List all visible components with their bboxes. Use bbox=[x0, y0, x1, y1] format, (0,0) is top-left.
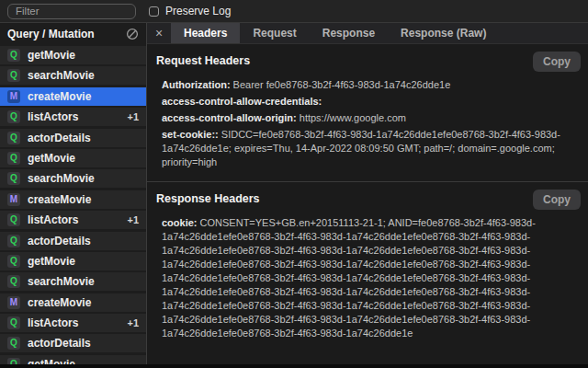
sidebar: Query / Mutation QgetMovieQsearchMovieMc… bbox=[0, 23, 147, 368]
header-name: cookie: bbox=[162, 217, 198, 228]
copy-request-headers-button[interactable]: Copy bbox=[533, 52, 581, 72]
operation-name: searchMovie bbox=[28, 69, 95, 82]
batch-count: +1 bbox=[127, 214, 139, 225]
header-name: access-control-allow-credentials: bbox=[162, 96, 322, 107]
tab-headers[interactable]: Headers bbox=[171, 23, 240, 43]
query-badge: Q bbox=[7, 337, 20, 350]
operation-name: searchMovie bbox=[28, 275, 95, 288]
list-item-getMovie[interactable]: QgetMovie bbox=[0, 252, 146, 270]
list-item-createMovie[interactable]: McreateMovie bbox=[0, 87, 146, 106]
list-item-getMovie[interactable]: QgetMovie bbox=[0, 149, 146, 167]
preserve-log-checkbox[interactable] bbox=[149, 6, 159, 17]
query-badge: Q bbox=[7, 49, 20, 62]
request-list: QgetMovieQsearchMovieMcreateMovieQlistAc… bbox=[0, 44, 146, 368]
window-bottom-edge bbox=[0, 364, 588, 368]
copy-response-headers-button[interactable]: Copy bbox=[533, 190, 581, 210]
main-layout: Query / Mutation QgetMovieQsearchMovieMc… bbox=[0, 23, 588, 368]
list-item-listActors[interactable]: QlistActors+1 bbox=[0, 314, 146, 332]
operation-name: createMovie bbox=[28, 90, 91, 103]
response-headers-title: Response Headers bbox=[156, 190, 260, 205]
header-name: access-control-allow-origin: bbox=[162, 112, 297, 123]
mutation-badge: M bbox=[7, 193, 20, 206]
list-item-listActors[interactable]: QlistActors+1 bbox=[0, 211, 146, 229]
operation-name: actorDetails bbox=[28, 235, 91, 247]
query-badge: Q bbox=[7, 255, 20, 268]
header-line: cookie: CONSENT=YES+GB.en+20151113-21-1;… bbox=[162, 216, 575, 340]
header-line: set-cookie:: SIDCC=fe0e8768-3b2f-4f63-98… bbox=[162, 128, 575, 169]
tab-request[interactable]: Request bbox=[240, 23, 309, 43]
list-item-searchMovie[interactable]: QsearchMovie bbox=[0, 66, 146, 85]
query-badge: Q bbox=[7, 172, 20, 185]
list-item-actorDetails[interactable]: QactorDetails bbox=[0, 334, 146, 352]
tab-response[interactable]: Response bbox=[310, 23, 388, 43]
mutation-badge: M bbox=[7, 296, 20, 309]
close-icon[interactable]: × bbox=[147, 23, 171, 43]
query-badge: Q bbox=[7, 235, 20, 247]
list-item-actorDetails[interactable]: QactorDetails bbox=[0, 129, 146, 147]
request-headers-section: Request Headers Copy Authorization: Bear… bbox=[147, 44, 588, 182]
list-item-createMovie[interactable]: McreateMovie bbox=[0, 293, 146, 312]
list-item-createMovie[interactable]: McreateMovie bbox=[0, 190, 146, 209]
operation-name: getMovie bbox=[28, 152, 75, 165]
toolbar: Preserve Log bbox=[0, 0, 588, 23]
operation-name: getMovie bbox=[28, 255, 75, 268]
operation-name: listActors bbox=[28, 316, 78, 329]
mutation-badge: M bbox=[7, 90, 20, 103]
operation-name: listActors bbox=[28, 110, 78, 123]
list-item-searchMovie[interactable]: QsearchMovie bbox=[0, 169, 146, 188]
operation-name: searchMovie bbox=[28, 172, 95, 185]
query-badge: Q bbox=[7, 110, 20, 123]
operation-name: createMovie bbox=[28, 193, 91, 206]
preserve-log-label: Preserve Log bbox=[165, 5, 231, 17]
request-headers-title: Request Headers bbox=[156, 52, 250, 67]
query-badge: Q bbox=[7, 69, 20, 82]
list-item-listActors[interactable]: QlistActors+1 bbox=[0, 108, 146, 126]
list-item-getMovie[interactable]: QgetMovie bbox=[0, 46, 146, 64]
tab-bar: × HeadersRequestResponseResponse (Raw) bbox=[147, 23, 588, 44]
header-name: Authorization: bbox=[162, 79, 231, 90]
sidebar-header: Query / Mutation bbox=[0, 23, 146, 44]
query-badge: Q bbox=[7, 213, 20, 226]
batch-count: +1 bbox=[127, 317, 139, 328]
header-line: Authorization: Bearer fe0e8768-3b2f-4f63… bbox=[162, 78, 575, 92]
response-headers-section: Response Headers Copy cookie: CONSENT=YE… bbox=[147, 182, 588, 352]
query-badge: Q bbox=[7, 152, 20, 165]
operation-name: actorDetails bbox=[28, 337, 91, 350]
list-item-actorDetails[interactable]: QactorDetails bbox=[0, 232, 146, 250]
operation-name: createMovie bbox=[28, 296, 91, 309]
list-item-searchMovie[interactable]: QsearchMovie bbox=[0, 272, 146, 291]
operation-name: actorDetails bbox=[28, 132, 91, 144]
header-line: access-control-allow-origin: https://www… bbox=[162, 111, 575, 125]
request-headers-entries: Authorization: Bearer fe0e8768-3b2f-4f63… bbox=[156, 78, 581, 169]
content-panel: × HeadersRequestResponseResponse (Raw) R… bbox=[147, 23, 588, 368]
tab-response-raw[interactable]: Response (Raw) bbox=[388, 23, 499, 43]
circle-slash-icon[interactable] bbox=[126, 28, 139, 40]
response-headers-entries: cookie: CONSENT=YES+GB.en+20151113-21-1;… bbox=[156, 216, 581, 340]
operation-name: listActors bbox=[28, 213, 78, 226]
sidebar-title: Query / Mutation bbox=[7, 28, 95, 40]
batch-count: +1 bbox=[127, 111, 139, 122]
query-badge: Q bbox=[7, 316, 20, 329]
header-line: access-control-allow-credentials: bbox=[162, 95, 575, 109]
query-badge: Q bbox=[7, 275, 20, 288]
operation-name: getMovie bbox=[28, 49, 75, 62]
header-name: set-cookie:: bbox=[162, 129, 219, 140]
query-badge: Q bbox=[7, 132, 20, 144]
filter-input[interactable] bbox=[7, 4, 136, 19]
headers-panel: Request Headers Copy Authorization: Bear… bbox=[147, 44, 588, 368]
